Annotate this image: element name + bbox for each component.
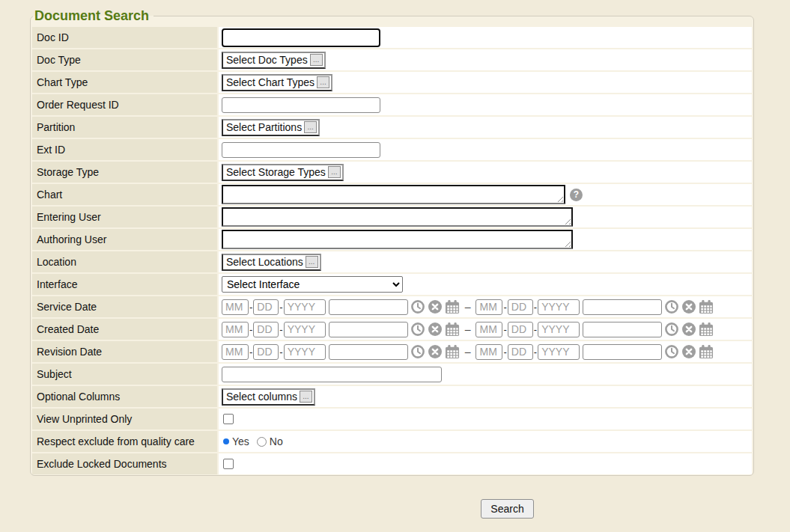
ext-id-input[interactable]	[222, 142, 380, 158]
date-field-separator: -	[249, 302, 252, 313]
resize-grip-icon[interactable]	[564, 240, 571, 247]
date-field-separator: -	[503, 324, 506, 335]
form-row-doc-id: Doc ID	[32, 27, 752, 48]
field-label: Subject	[32, 364, 217, 385]
form-row-entering-user: Entering User	[32, 207, 752, 227]
clock-icon[interactable]	[410, 322, 425, 337]
date-field-separator: -	[279, 346, 282, 358]
clock-icon[interactable]	[664, 299, 679, 314]
day-input[interactable]	[508, 344, 533, 360]
calendar-icon[interactable]	[445, 299, 460, 314]
ellipsis-button[interactable]: ...	[317, 76, 329, 88]
field-label: Optional Columns	[32, 386, 217, 407]
field-label: Interface	[32, 274, 217, 295]
help-icon[interactable]: ?	[570, 189, 583, 201]
day-input[interactable]	[508, 322, 533, 337]
view-unprinted-checkbox[interactable]	[223, 414, 234, 424]
resize-grip-icon[interactable]	[564, 218, 571, 224]
form-row-location: Location Select Locations ...	[32, 251, 752, 272]
date-field-separator: -	[534, 302, 537, 313]
calendar-icon[interactable]	[445, 344, 460, 359]
clear-icon[interactable]	[428, 344, 443, 359]
clock-icon[interactable]	[410, 299, 425, 314]
time-input[interactable]	[329, 344, 408, 360]
day-input[interactable]	[253, 299, 279, 315]
clear-icon[interactable]	[428, 322, 443, 337]
time-input[interactable]	[329, 322, 408, 337]
month-input[interactable]	[475, 299, 502, 315]
field-label: Exclude Locked Documents	[32, 453, 217, 474]
quality-care-yes-radio[interactable]	[223, 438, 229, 444]
field-label: Chart Type	[32, 72, 217, 93]
year-input[interactable]	[284, 299, 326, 315]
form-rows: Doc ID Doc Type Select Doc Types ... Cha…	[32, 27, 752, 474]
ellipsis-button[interactable]: ...	[310, 54, 323, 66]
clear-icon[interactable]	[681, 299, 696, 314]
locations-picker[interactable]: Select Locations ...	[222, 254, 321, 271]
field-label: Doc ID	[32, 27, 217, 48]
clear-icon[interactable]	[428, 299, 443, 314]
year-input[interactable]	[538, 322, 580, 337]
authoring-user-textarea[interactable]	[222, 230, 573, 249]
date-input-group: - -	[222, 322, 460, 337]
month-input[interactable]	[222, 322, 249, 337]
clock-icon[interactable]	[664, 322, 679, 337]
entering-user-textarea[interactable]	[222, 207, 573, 227]
storage-types-picker[interactable]: Select Storage Types ...	[222, 164, 344, 181]
picker-label: Select Partitions	[226, 121, 302, 133]
chart-textarea[interactable]	[222, 185, 565, 204]
columns-picker[interactable]: Select columns ...	[222, 388, 315, 406]
chart-types-picker[interactable]: Select Chart Types ...	[222, 74, 332, 91]
month-input[interactable]	[475, 322, 502, 337]
doc-id-input[interactable]	[222, 28, 380, 47]
time-input[interactable]	[583, 299, 662, 315]
resize-grip-icon[interactable]	[556, 195, 563, 202]
calendar-icon[interactable]	[699, 322, 714, 337]
month-input[interactable]	[222, 299, 249, 315]
year-input[interactable]	[538, 344, 580, 360]
month-input[interactable]	[222, 344, 249, 360]
exclude-locked-checkbox[interactable]	[223, 459, 234, 469]
quality-care-no-radio[interactable]	[257, 437, 267, 447]
date-field-separator: -	[534, 324, 537, 335]
picker-label: Select Storage Types	[226, 166, 326, 178]
date-input-group: - -	[222, 299, 460, 315]
calendar-icon[interactable]	[445, 322, 460, 337]
day-input[interactable]	[253, 344, 279, 360]
time-input[interactable]	[583, 344, 662, 360]
time-input[interactable]	[583, 322, 662, 337]
partitions-picker[interactable]: Select Partitions ...	[222, 119, 320, 136]
picker-label: Select Doc Types	[226, 54, 308, 66]
subject-input[interactable]	[222, 367, 442, 382]
form-row-quality-care: Respect exclude from quality care Yes No	[32, 431, 752, 452]
day-input[interactable]	[508, 299, 533, 315]
form-row-doc-type: Doc Type Select Doc Types ...	[32, 49, 752, 70]
date-field-separator: -	[534, 346, 537, 358]
search-button[interactable]: Search	[481, 499, 534, 519]
year-input[interactable]	[284, 322, 326, 337]
month-input[interactable]	[475, 344, 502, 360]
picker-label: Select columns	[226, 391, 297, 403]
calendar-icon[interactable]	[699, 344, 714, 359]
field-label: Chart	[32, 184, 217, 205]
year-input[interactable]	[538, 299, 580, 315]
form-row-subject: Subject	[32, 364, 752, 385]
ellipsis-button[interactable]: ...	[306, 256, 318, 268]
clear-icon[interactable]	[681, 344, 696, 359]
clear-icon[interactable]	[681, 322, 696, 337]
radio-label-no: No	[270, 435, 283, 447]
calendar-icon[interactable]	[699, 299, 714, 314]
time-input[interactable]	[329, 299, 408, 315]
year-input[interactable]	[284, 344, 326, 360]
field-label: View Unprinted Only	[32, 409, 217, 429]
doc-types-picker[interactable]: Select Doc Types ...	[222, 52, 326, 69]
interface-select[interactable]: Select Interface	[222, 276, 403, 293]
ellipsis-button[interactable]: ...	[300, 391, 312, 403]
clock-icon[interactable]	[664, 344, 679, 359]
picker-label: Select Locations	[226, 256, 303, 268]
order-request-id-input[interactable]	[222, 97, 380, 113]
day-input[interactable]	[253, 322, 279, 337]
ellipsis-button[interactable]: ...	[328, 166, 341, 178]
ellipsis-button[interactable]: ...	[304, 121, 317, 133]
clock-icon[interactable]	[410, 344, 425, 359]
